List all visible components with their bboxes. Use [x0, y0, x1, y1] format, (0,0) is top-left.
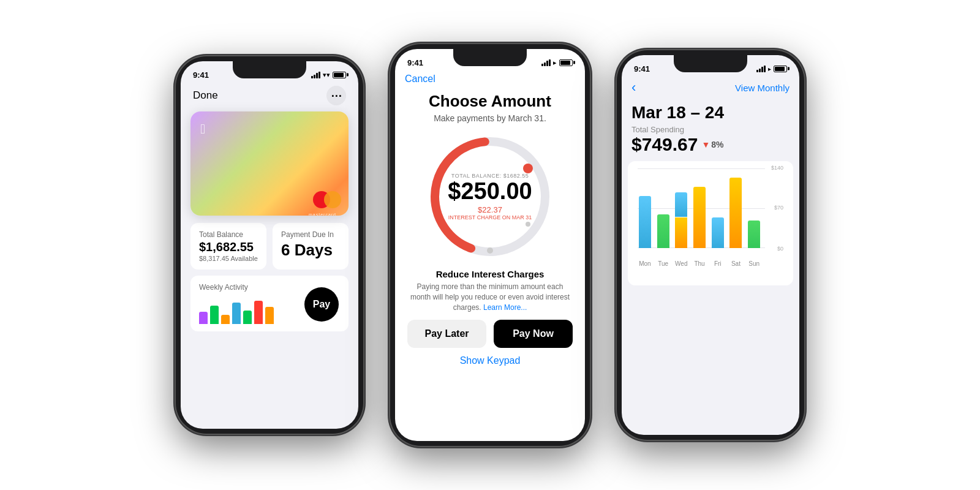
weekly-bar-7 [265, 307, 274, 324]
weekly-activity-section: Weekly Activity Pay [190, 276, 349, 331]
day-label-sun: Sun [747, 260, 761, 267]
payment-due-box: Payment Due In 6 Days [273, 223, 349, 270]
status-time-3: 9:41 [634, 64, 650, 74]
wifi-icon-2: ▸ [553, 59, 557, 67]
status-time-1: 9:41 [193, 70, 209, 80]
view-monthly-button[interactable]: View Monthly [735, 83, 790, 93]
dial-center: TOTAL BALANCE: $1682.55 $250.00 $22.37 I… [448, 173, 532, 221]
pay-later-button[interactable]: Pay Later [407, 320, 486, 348]
reduce-section: Reduce Interest Charges Paying more than… [410, 269, 570, 312]
spending-amount: $749.67 ▼ 8% [631, 134, 790, 155]
payment-deadline: Make payments by March 31. [395, 113, 585, 123]
day-label-thu: Thu [692, 260, 707, 267]
pay-button[interactable]: Pay [304, 287, 339, 322]
weekly-bar-1 [199, 312, 208, 324]
svg-point-5 [526, 222, 530, 227]
bar-tue [656, 168, 671, 248]
svg-point-2 [523, 164, 533, 173]
wallet-info: Total Balance $1,682.55 $8,317.45 Availa… [190, 223, 349, 270]
dial-interest: $22.37 [478, 205, 502, 214]
cancel-button[interactable]: Cancel [395, 71, 585, 89]
status-icons-2: ▸ [541, 59, 573, 67]
day-label-tue: Tue [656, 260, 671, 267]
total-spending-label: Total Spending [631, 125, 790, 134]
status-time-2: 9:41 [407, 58, 423, 67]
reduce-title: Reduce Interest Charges [410, 269, 570, 279]
payment-buttons: Pay Later Pay Now [407, 320, 573, 348]
battery-icon-2 [559, 59, 573, 66]
notch-1 [233, 61, 306, 78]
bar-sun [747, 168, 761, 248]
balance-sub: $8,317.45 Available [199, 255, 258, 262]
phone-spending: 9:41 ▸ ‹ View Monthly Mar 18 – 24 Total … [616, 49, 805, 441]
grid-label-0: $0 [777, 246, 783, 252]
balance-label: Total Balance [199, 230, 258, 239]
reduce-text: Paying more than the minimum amount each… [410, 282, 570, 312]
wifi-icon-3: ▸ [768, 66, 771, 72]
wallet-header: Done ⋯ [181, 83, 358, 111]
signal-icon-3 [756, 66, 766, 72]
weekly-bar-6 [254, 301, 263, 324]
battery-icon-3 [774, 66, 787, 72]
spending-chart: $140 $70 $0 [628, 161, 793, 285]
signal-icon-2 [541, 59, 551, 66]
bar-mon [638, 168, 652, 248]
apple-card:  mastercard [190, 111, 349, 216]
phone-wallet: 9:41 ▾▾ Done ⋯  [175, 55, 364, 435]
amount-dial[interactable]: TOTAL BALANCE: $1682.55 $250.00 $22.37 I… [423, 129, 557, 264]
balance-value: $1,682.55 [199, 241, 258, 253]
payment-label: Payment Due In [281, 230, 340, 239]
date-range: Mar 18 – 24 [631, 103, 790, 123]
notch-3 [674, 55, 747, 72]
battery-icon-1 [333, 72, 346, 78]
day-label-mon: Mon [638, 260, 652, 267]
payment-days: 6 Days [281, 241, 340, 260]
bar-sat [729, 168, 744, 248]
weekly-bar-2 [210, 306, 219, 324]
pay-now-button[interactable]: Pay Now [494, 320, 573, 348]
balance-box: Total Balance $1,682.55 $8,317.45 Availa… [190, 223, 266, 270]
day-label-fri: Fri [710, 260, 725, 267]
spending-nav: ‹ View Monthly [622, 77, 799, 100]
weekly-bar-5 [243, 311, 252, 324]
weekly-bar-3 [221, 315, 230, 324]
apple-logo-icon:  [200, 121, 217, 138]
choose-amount-title: Choose Amount [395, 92, 585, 111]
status-icons-3: ▸ [756, 66, 787, 72]
day-label-sat: Sat [729, 260, 744, 267]
signal-icon-1 [311, 72, 320, 78]
grid-label-70: $70 [774, 205, 783, 211]
dial-amount: $250.00 [448, 179, 532, 205]
status-icons-1: ▾▾ [311, 71, 346, 79]
show-keypad-button[interactable]: Show Keypad [395, 355, 585, 366]
learn-more-link[interactable]: Learn More... [483, 303, 527, 312]
day-label-wed: Wed [674, 260, 688, 267]
dial-interest-label: INTEREST CHARGE ON MAR 31 [448, 214, 532, 221]
svg-point-4 [487, 247, 493, 254]
spending-change: ▼ 8% [701, 140, 723, 149]
mastercard-icon: mastercard [313, 191, 341, 208]
grid-label-140: $140 [771, 165, 783, 171]
phone-choose-amount: 9:41 ▸ Cancel Choose Amount Make payment… [389, 43, 591, 447]
spending-header: Mar 18 – 24 Total Spending $749.67 ▼ 8% [622, 100, 799, 161]
bar-thu [692, 168, 707, 248]
bar-wed [674, 168, 688, 248]
done-button[interactable]: Done [193, 89, 218, 102]
down-arrow-icon: ▼ [701, 140, 710, 149]
more-button[interactable]: ⋯ [326, 86, 346, 105]
wifi-icon-1: ▾▾ [323, 71, 330, 79]
notch-2 [453, 49, 527, 66]
back-button[interactable]: ‹ [631, 80, 636, 96]
weekly-bar-4 [232, 303, 241, 324]
bar-fri [710, 168, 725, 248]
